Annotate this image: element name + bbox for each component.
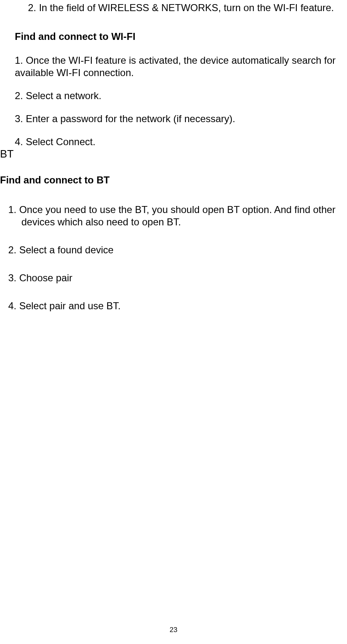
bt-step-3: 3. Choose pair xyxy=(8,272,347,284)
wifi-step-1: 1. Once the WI-FI feature is activated, … xyxy=(15,54,347,79)
bt-step-2: 2. Select a found device xyxy=(8,244,347,256)
wifi-step-4: 4. Select Connect. xyxy=(15,136,347,148)
bt-step-1: 1. Once you need to use the BT, you shou… xyxy=(8,204,347,228)
wifi-step-2: 2. Select a network. xyxy=(15,90,347,102)
section-title-bt: BT xyxy=(0,147,347,161)
bt-step-4: 4. Select pair and use BT. xyxy=(8,300,347,312)
page-number: 23 xyxy=(0,625,347,634)
heading-find-wifi: Find and connect to WI-FI xyxy=(15,30,347,43)
wifi-step-3: 3. Enter a password for the network (if … xyxy=(15,113,347,125)
wifi-feature-step: 2. In the field of WIRELESS & NETWORKS, … xyxy=(15,2,347,14)
heading-find-bt: Find and connect to BT xyxy=(0,174,347,186)
